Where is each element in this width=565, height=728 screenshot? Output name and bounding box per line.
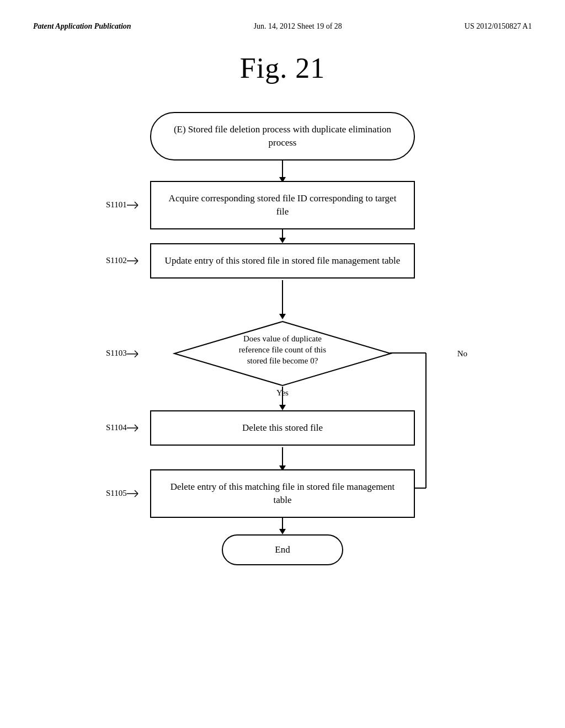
yes-label-row: Yes (89, 388, 476, 398)
no-label: No (457, 349, 467, 358)
step-s1104-text: Delete this stored file (242, 422, 323, 433)
start-oval: (E) Stored file deletion process with du… (150, 112, 415, 160)
step-s1105-text: Delete entry of this matching file in st… (170, 481, 395, 505)
svg-line-24 (135, 354, 138, 357)
svg-line-33 (135, 490, 138, 494)
svg-line-18 (135, 205, 138, 208)
step-s1101-label: S1101 (106, 200, 139, 211)
step-s1102-row: S1102 Update entry of this stored file i… (89, 243, 476, 279)
end-oval: End (222, 534, 343, 565)
page: Patent Application Publication Jun. 14, … (0, 0, 565, 728)
figure-title: Fig. 21 (33, 52, 532, 84)
step-s1103-label: S1103 (106, 349, 139, 359)
svg-text:stored file become 0?: stored file become 0? (247, 356, 318, 365)
end-label: End (275, 544, 290, 555)
header-publication: Patent Application Publication (33, 22, 131, 31)
step-s1101-row: S1101 Acquire corresponding stored file … (89, 181, 476, 229)
step-s1105-label: S1105 (106, 489, 139, 499)
svg-line-31 (135, 428, 138, 431)
yes-label: Yes (276, 388, 289, 397)
svg-line-21 (135, 261, 138, 264)
svg-line-23 (135, 350, 138, 354)
svg-line-20 (135, 258, 138, 261)
svg-line-17 (135, 202, 138, 205)
step-s1102-text: Update entry of this stored file in stor… (165, 255, 401, 266)
step-s1101-box: Acquire corresponding stored file ID cor… (150, 181, 415, 229)
step-s1104-label: S1104 (106, 423, 139, 433)
end-oval-row: End (89, 534, 476, 565)
svg-line-30 (135, 425, 138, 428)
step-s1104-box: Delete this stored file (150, 410, 415, 446)
step-s1105-row: S1105 Delete entry of this matching file… (89, 469, 476, 518)
start-oval-row: (E) Stored file deletion process with du… (89, 112, 476, 160)
page-header: Patent Application Publication Jun. 14, … (33, 22, 532, 35)
step-s1102-label: S1102 (106, 256, 139, 266)
start-label: (E) Stored file deletion process with du… (174, 124, 391, 148)
step-s1101-text: Acquire corresponding stored file ID cor… (169, 193, 397, 217)
step-s1102-box: Update entry of this stored file in stor… (150, 243, 415, 279)
step-s1104-row: S1104 Delete this stored file (89, 410, 476, 446)
step-s1105-box: Delete entry of this matching file in st… (150, 469, 415, 518)
svg-line-34 (135, 494, 138, 497)
header-patent-number: US 2012/0150827 A1 (465, 22, 532, 31)
svg-text:reference file count of this: reference file count of this (239, 345, 326, 354)
step-s1103-row: S1103 Does value of duplicate reference … (89, 319, 476, 388)
header-date-sheet: Jun. 14, 2012 Sheet 19 of 28 (254, 22, 342, 31)
flowchart: (E) Stored file deletion process with du… (89, 112, 476, 708)
step-s1103-diamond: Does value of duplicate reference file c… (172, 319, 393, 388)
svg-text:Does value of duplicate: Does value of duplicate (243, 334, 322, 343)
